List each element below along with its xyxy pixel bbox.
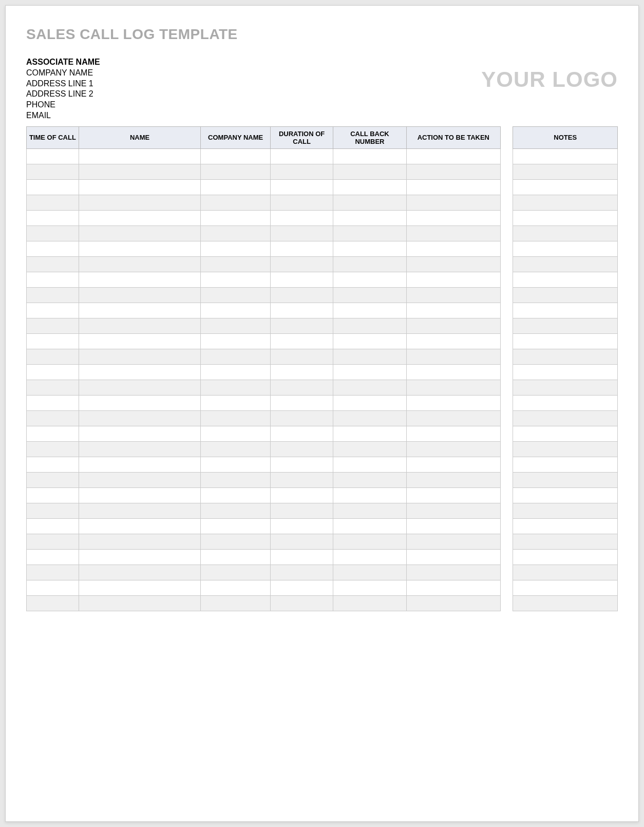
table-cell[interactable] (271, 225, 333, 241)
table-cell[interactable] (271, 256, 333, 272)
table-cell[interactable] (27, 349, 79, 364)
table-cell[interactable] (271, 457, 333, 472)
table-cell[interactable] (201, 210, 271, 225)
table-cell[interactable] (333, 349, 407, 364)
table-cell[interactable] (201, 565, 271, 580)
table-cell[interactable] (513, 303, 618, 318)
table-cell[interactable] (201, 148, 271, 164)
table-cell[interactable] (333, 195, 407, 210)
table-cell[interactable] (79, 395, 201, 410)
table-cell[interactable] (27, 333, 79, 349)
table-cell[interactable] (406, 225, 500, 241)
table-cell[interactable] (513, 179, 618, 195)
table-cell[interactable] (79, 426, 201, 441)
table-cell[interactable] (271, 164, 333, 179)
table-cell[interactable] (333, 595, 407, 611)
table-cell[interactable] (27, 534, 79, 549)
table-cell[interactable] (27, 565, 79, 580)
table-cell[interactable] (513, 487, 618, 503)
table-cell[interactable] (27, 380, 79, 395)
table-cell[interactable] (513, 148, 618, 164)
table-cell[interactable] (27, 457, 79, 472)
table-cell[interactable] (333, 333, 407, 349)
table-cell[interactable] (79, 457, 201, 472)
table-cell[interactable] (513, 349, 618, 364)
table-cell[interactable] (333, 272, 407, 287)
table-cell[interactable] (79, 349, 201, 364)
table-cell[interactable] (513, 549, 618, 565)
table-cell[interactable] (513, 457, 618, 472)
table-cell[interactable] (201, 441, 271, 457)
table-cell[interactable] (79, 503, 201, 518)
table-cell[interactable] (333, 179, 407, 195)
table-cell[interactable] (201, 225, 271, 241)
table-cell[interactable] (201, 518, 271, 534)
table-cell[interactable] (406, 241, 500, 256)
table-cell[interactable] (333, 441, 407, 457)
table-cell[interactable] (333, 303, 407, 318)
table-cell[interactable] (27, 580, 79, 595)
table-cell[interactable] (406, 534, 500, 549)
table-cell[interactable] (271, 349, 333, 364)
table-cell[interactable] (27, 164, 79, 179)
table-cell[interactable] (79, 549, 201, 565)
table-cell[interactable] (201, 426, 271, 441)
table-cell[interactable] (271, 503, 333, 518)
table-cell[interactable] (271, 580, 333, 595)
table-cell[interactable] (27, 487, 79, 503)
table-cell[interactable] (406, 349, 500, 364)
table-cell[interactable] (513, 565, 618, 580)
table-cell[interactable] (79, 318, 201, 333)
table-cell[interactable] (271, 272, 333, 287)
table-cell[interactable] (271, 380, 333, 395)
table-cell[interactable] (27, 426, 79, 441)
table-cell[interactable] (406, 503, 500, 518)
table-cell[interactable] (406, 164, 500, 179)
table-cell[interactable] (333, 472, 407, 487)
table-cell[interactable] (201, 410, 271, 426)
table-cell[interactable] (333, 487, 407, 503)
table-cell[interactable] (271, 210, 333, 225)
table-cell[interactable] (406, 333, 500, 349)
table-cell[interactable] (271, 318, 333, 333)
table-cell[interactable] (333, 534, 407, 549)
table-cell[interactable] (201, 395, 271, 410)
table-cell[interactable] (406, 457, 500, 472)
table-cell[interactable] (406, 472, 500, 487)
table-cell[interactable] (201, 364, 271, 380)
table-cell[interactable] (513, 518, 618, 534)
table-cell[interactable] (333, 287, 407, 303)
table-cell[interactable] (79, 580, 201, 595)
table-cell[interactable] (406, 303, 500, 318)
table-cell[interactable] (201, 333, 271, 349)
table-cell[interactable] (271, 565, 333, 580)
table-cell[interactable] (79, 179, 201, 195)
table-cell[interactable] (513, 195, 618, 210)
table-cell[interactable] (79, 287, 201, 303)
table-cell[interactable] (271, 518, 333, 534)
table-cell[interactable] (27, 287, 79, 303)
table-cell[interactable] (79, 534, 201, 549)
table-cell[interactable] (333, 164, 407, 179)
table-cell[interactable] (513, 364, 618, 380)
table-cell[interactable] (79, 595, 201, 611)
table-cell[interactable] (79, 487, 201, 503)
table-cell[interactable] (333, 580, 407, 595)
table-cell[interactable] (406, 441, 500, 457)
table-cell[interactable] (406, 364, 500, 380)
table-cell[interactable] (271, 441, 333, 457)
table-cell[interactable] (406, 487, 500, 503)
table-cell[interactable] (513, 333, 618, 349)
table-cell[interactable] (333, 241, 407, 256)
table-cell[interactable] (406, 148, 500, 164)
table-cell[interactable] (27, 179, 79, 195)
table-cell[interactable] (513, 426, 618, 441)
table-cell[interactable] (79, 148, 201, 164)
table-cell[interactable] (513, 380, 618, 395)
table-cell[interactable] (333, 364, 407, 380)
table-cell[interactable] (79, 380, 201, 395)
table-cell[interactable] (201, 241, 271, 256)
table-cell[interactable] (79, 195, 201, 210)
table-cell[interactable] (201, 380, 271, 395)
table-cell[interactable] (513, 503, 618, 518)
